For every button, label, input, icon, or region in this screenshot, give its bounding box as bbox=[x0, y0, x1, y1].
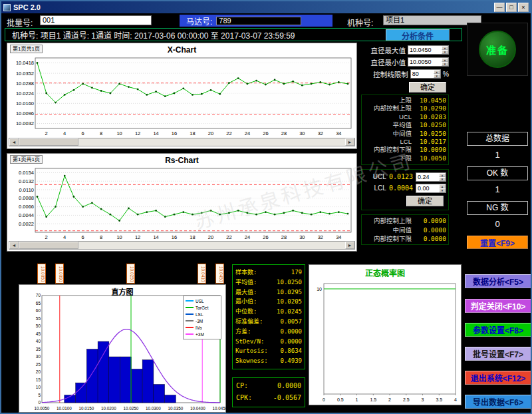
rs-limit-label: 内部控制下限 bbox=[374, 234, 412, 244]
legend-label: +3M bbox=[196, 332, 204, 337]
limit-value: 10.0290 bbox=[416, 104, 446, 112]
spin-down-icon[interactable]: ▼ bbox=[442, 50, 448, 54]
cpk-row: CPK: -0.0567 bbox=[236, 392, 301, 404]
svg-text:10.0224: 10.0224 bbox=[16, 91, 34, 97]
svg-text:10.0450: 10.0450 bbox=[213, 406, 227, 411]
svg-text:2: 2 bbox=[388, 397, 391, 402]
cp-label: CP: bbox=[236, 380, 248, 392]
maximize-icon[interactable]: □ bbox=[506, 3, 517, 12]
diameter-max-spinner[interactable]: 10.0450 ▲▼ bbox=[408, 45, 449, 55]
rs-limit-value: 0.0090 bbox=[416, 216, 446, 226]
rschart-scrollbar[interactable]: ◄ ► bbox=[9, 241, 355, 250]
svg-text:20: 20 bbox=[208, 130, 213, 136]
rs-ucl-spin-value[interactable]: 0.24 bbox=[416, 173, 439, 181]
statistics-panel: 样本数:179平均值:10.0250最大值:10.0295最小值:10.0205… bbox=[232, 264, 305, 369]
titlebar[interactable]: SPC 2.0 — □ × bbox=[1, 1, 531, 13]
diameter-min-spinner[interactable]: 10.0050 ▲▼ bbox=[408, 57, 449, 67]
confirm-button-2[interactable]: 确定 bbox=[406, 196, 444, 206]
svg-text:10.0032: 10.0032 bbox=[16, 120, 34, 126]
motor-input[interactable]: 789 bbox=[216, 17, 301, 25]
limit-value: 10.0090 bbox=[416, 146, 446, 154]
svg-text:22: 22 bbox=[226, 234, 231, 240]
svg-text:28: 28 bbox=[281, 130, 287, 136]
svg-text:10.0100: 10.0100 bbox=[57, 406, 72, 411]
svg-text:16: 16 bbox=[172, 234, 177, 240]
svg-text:0.0066: 0.0066 bbox=[19, 204, 34, 210]
function-button-2[interactable]: 判定关闭<F10> bbox=[465, 299, 531, 313]
svg-text:10: 10 bbox=[116, 130, 122, 136]
close-icon[interactable]: × bbox=[518, 3, 529, 12]
spin-down-icon[interactable]: ▼ bbox=[439, 188, 446, 192]
legend-item: USL bbox=[186, 298, 219, 304]
rs-ucl-row: UCL 0.0123 0.24 ▲▼ bbox=[364, 171, 446, 182]
histogram-limit-marker: 10.0410 bbox=[198, 264, 206, 284]
stat-row: 最小值:10.0205 bbox=[235, 297, 302, 307]
function-button-3[interactable]: 参数设置<F8> bbox=[465, 323, 531, 337]
spin-down-icon[interactable]: ▼ bbox=[434, 74, 440, 78]
xchart-scroll-thumb[interactable] bbox=[19, 138, 78, 146]
scroll-right-icon[interactable]: ► bbox=[345, 138, 354, 146]
rschart-scroll-thumb[interactable] bbox=[19, 242, 78, 249]
control-limit-row: 控制线限制 80 ▲▼ % bbox=[364, 68, 449, 80]
statistics-rows: 样本数:179平均值:10.0250最大值:10.0295最小值:10.0205… bbox=[235, 268, 302, 366]
histogram-limit-marker: 10.0250 bbox=[126, 264, 135, 284]
minimize-icon[interactable]: — bbox=[494, 3, 505, 12]
xchart-scroll-track[interactable] bbox=[19, 138, 345, 146]
rschart-limits-panel: 内部控制上限0.0090中间值0.0000内部控制下限0.0000 bbox=[361, 214, 449, 245]
svg-text:0.5: 0.5 bbox=[337, 397, 344, 402]
svg-text:20: 20 bbox=[208, 234, 213, 240]
control-limit-spinner[interactable]: 80 ▲▼ bbox=[410, 69, 441, 79]
analyze-conditions-button[interactable]: 分析条件 bbox=[386, 29, 450, 41]
rs-lcl-spinner[interactable]: 0.00 ▲▼ bbox=[416, 184, 446, 193]
svg-text:10: 10 bbox=[116, 234, 122, 240]
xchart-scrollbar[interactable]: ◄ ► bbox=[9, 138, 355, 146]
stat-row: Skewness:0.4939 bbox=[235, 356, 302, 366]
rs-lcl-spin-value[interactable]: 0.00 bbox=[416, 184, 439, 192]
rschart-scroll-track[interactable] bbox=[19, 242, 345, 249]
svg-text:26: 26 bbox=[263, 130, 268, 136]
function-button-4[interactable]: 批号设置<F7> bbox=[465, 347, 531, 361]
limit-row: 中间值10.0250 bbox=[364, 130, 446, 138]
svg-text:30: 30 bbox=[299, 234, 305, 240]
ng-count-label: NG 数 bbox=[467, 201, 528, 215]
histogram-panel: 10.005010.009010.025010.041010.0450 直方图 … bbox=[19, 263, 226, 413]
probability-plot-panel: 正态概率图 00.511.522.533.5410 bbox=[309, 264, 462, 405]
reset-button[interactable]: 重置<F9> bbox=[467, 236, 528, 249]
histogram-limit-marker: 10.0090 bbox=[55, 264, 64, 284]
diameter-min-value[interactable]: 10.0050 bbox=[408, 58, 442, 66]
scroll-left-icon[interactable]: ◄ bbox=[9, 242, 19, 249]
control-limit-label: 控制线限制 bbox=[373, 69, 408, 79]
stat-label: 中位数: bbox=[235, 307, 257, 317]
limit-row: 内部控制下限10.0090 bbox=[364, 146, 446, 154]
stat-value: 10.0250 bbox=[277, 278, 302, 288]
diameter-settings-panel: 直径最大值 10.0450 ▲▼ 直径最小值 10.0050 ▲▼ 控制线限制 … bbox=[364, 44, 449, 96]
rs-limit-row: 内部控制下限0.0000 bbox=[364, 234, 446, 244]
ready-button[interactable]: 准备 bbox=[479, 31, 516, 68]
info-text: 机种号: 项目1 通道号: 1通道 时间: 2017-03-06 00:00:0… bbox=[12, 29, 295, 41]
function-button-5[interactable]: 退出系统<F12> bbox=[465, 371, 531, 385]
batch-input[interactable]: 001 bbox=[40, 15, 152, 25]
rs-limit-value: 0.0000 bbox=[416, 226, 446, 235]
function-button-1[interactable]: 数据分析<F5> bbox=[465, 274, 531, 288]
stat-label: 最小值: bbox=[235, 297, 257, 307]
svg-text:10.0096: 10.0096 bbox=[16, 110, 34, 116]
spin-down-icon[interactable]: ▼ bbox=[442, 62, 448, 66]
scroll-left-icon[interactable]: ◄ bbox=[9, 138, 19, 146]
scroll-right-icon[interactable]: ► bbox=[345, 242, 354, 249]
control-limit-value[interactable]: 80 bbox=[411, 70, 434, 78]
svg-text:32: 32 bbox=[318, 130, 323, 136]
svg-text:20: 20 bbox=[36, 369, 41, 374]
stat-label: StDev/N: bbox=[235, 337, 264, 347]
svg-text:35: 35 bbox=[36, 347, 41, 351]
rs-ucl-spinner[interactable]: 0.24 ▲▼ bbox=[416, 172, 446, 182]
ready-panel: 准备 bbox=[467, 23, 528, 76]
limit-value: 10.0283 bbox=[416, 113, 446, 121]
limit-label: UCL bbox=[399, 113, 412, 121]
diameter-max-value[interactable]: 10.0450 bbox=[408, 46, 442, 54]
confirm-button[interactable]: 确定 bbox=[409, 82, 446, 93]
legend-item: +3M bbox=[186, 331, 219, 337]
legend-swatch-icon bbox=[186, 307, 194, 308]
rschart-plot: 0.01540.01320.01100.00880.00660.00440.00… bbox=[9, 166, 355, 243]
spin-down-icon[interactable]: ▼ bbox=[439, 177, 446, 181]
function-button-6[interactable]: 导出数据<F6> bbox=[465, 395, 531, 409]
